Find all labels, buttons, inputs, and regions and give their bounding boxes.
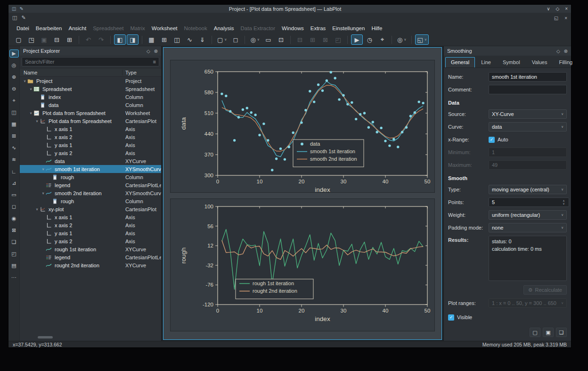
pin-icon[interactable]: ✎: [19, 6, 23, 11]
menu-item-worksheet[interactable]: Worksheet: [148, 25, 181, 32]
add-worksheet-button[interactable]: ◫: [9, 108, 19, 116]
mdi-restore-button[interactable]: ◱: [554, 16, 558, 21]
menu-item-extras[interactable]: Extras: [307, 25, 329, 32]
new-notebook-button[interactable]: ∿: [184, 34, 196, 45]
panel-float-icon[interactable]: ◇: [147, 49, 150, 54]
menu-item-einstellungen[interactable]: Einstellungen: [329, 25, 368, 32]
add-smooth-curve-button[interactable]: ≋: [9, 156, 19, 164]
tree-row-data-column[interactable]: dataColumn: [20, 101, 161, 109]
tree-row-x-axis-1-axis[interactable]: x axis 1Axis: [20, 125, 161, 133]
save-template-button[interactable]: ▣: [543, 328, 554, 337]
tree-row-xy-plot-cartesianplot[interactable]: ∨xy-plotCartesianPlot: [20, 205, 161, 213]
tab-filling[interactable]: Filling: [553, 57, 578, 67]
new-folder-button[interactable]: ◻: [229, 34, 241, 45]
curve-combobox[interactable]: data ∨: [489, 122, 567, 132]
xy-plot[interactable]: 01020304050-120-76-321256100indexroughro…: [170, 198, 435, 331]
tree-row-index-column[interactable]: indexColumn: [20, 93, 161, 101]
comment-field[interactable]: [489, 85, 567, 94]
mdi-close-button[interactable]: ×: [564, 16, 567, 21]
tree-row-smooth-1st-iteration-xysmoothcurve[interactable]: ∨smooth 1st iterationXYSmoothCurve: [20, 165, 161, 173]
close-button[interactable]: ×: [565, 6, 568, 11]
clock-mode-button[interactable]: ◷: [364, 34, 376, 45]
expander-icon[interactable]: ∨: [22, 79, 27, 83]
tool-crosshair-button[interactable]: ⌖: [9, 97, 19, 105]
tree-row-y-axis-1-axis[interactable]: y axis 1Axis: [20, 141, 161, 149]
crosshair-mode-button[interactable]: ⌖: [376, 34, 388, 45]
tree-row-smooth-2nd-iteration-xysmoothcurve[interactable]: ∨smooth 2nd iterationXYSmoothCurve: [20, 189, 161, 197]
more-tools-button[interactable]: ⋯: [9, 273, 19, 281]
add-box-plot-button[interactable]: ⊠: [9, 226, 19, 234]
menu-item-datei[interactable]: Datei: [13, 25, 33, 32]
menu-item-hilfe[interactable]: Hilfe: [368, 25, 385, 32]
add-legend-button[interactable]: ❏: [9, 238, 19, 246]
new-worksheet-button[interactable]: ◫: [171, 34, 183, 45]
tree-row-x-axis-2-axis[interactable]: x axis 2Axis: [20, 221, 161, 229]
import-button[interactable]: ⇓: [196, 34, 208, 45]
padding-mode-combobox[interactable]: none ∨: [489, 223, 567, 232]
maximize-button[interactable]: ◇: [555, 6, 559, 11]
filter-options-icon[interactable]: ≡: [153, 59, 156, 65]
plot-data-from-spreadsheet[interactable]: 01020304050300370440510580650indexdatada…: [170, 60, 435, 193]
tree-row-legend-cartesianplotlegend[interactable]: legendCartesianPlotLegend: [20, 181, 161, 189]
tree-row-data-xycurve[interactable]: dataXYCurve: [20, 157, 161, 165]
copy-properties-button[interactable]: ❏: [556, 328, 567, 337]
expander-icon[interactable]: ∨: [41, 191, 46, 195]
project-explorer-header[interactable]: Project Explorer ◇ ⊗: [20, 46, 161, 56]
tree-row-plot-data-from-spreadsheet-worksheet[interactable]: ∨Plot data from SpreadsheetWorksheet: [20, 109, 161, 117]
selection-mode-button[interactable]: ◱∨: [415, 34, 428, 45]
print-preview-button[interactable]: ⊞: [64, 34, 75, 45]
source-combobox[interactable]: XY-Curve ∨: [489, 109, 567, 119]
tab-values[interactable]: Values: [526, 57, 553, 67]
tree-row-x-axis-1-axis[interactable]: x axis 1Axis: [20, 213, 161, 221]
name-field[interactable]: smooth 1st iteration: [489, 72, 567, 82]
tree-row-y-axis-2-axis[interactable]: y axis 2Axis: [20, 237, 161, 245]
add-histogram-button[interactable]: ⊿: [9, 179, 19, 187]
zoom-mode-button[interactable]: ◎∨: [395, 34, 408, 45]
tab-line[interactable]: Line: [475, 57, 497, 67]
column-header-type[interactable]: Type: [122, 70, 161, 75]
tool-zoom-button[interactable]: ◎: [9, 61, 19, 69]
tool-select-button[interactable]: ▶: [9, 49, 19, 58]
minimize-button[interactable]: ∨: [547, 6, 550, 11]
new-spreadsheet-button[interactable]: ▦: [146, 34, 157, 45]
smoothing-header[interactable]: Smoothing ◇ ⊗: [444, 46, 571, 56]
horizontal-scrollbar[interactable]: [38, 336, 53, 338]
expander-icon[interactable]: ∨: [28, 111, 33, 115]
auto-checkbox[interactable]: ✓: [489, 137, 495, 143]
menu-item-ansicht[interactable]: Ansicht: [65, 25, 90, 32]
new-object-button[interactable]: ▢∨: [215, 34, 229, 45]
spinbox-arrows[interactable]: ∧ ∨: [561, 199, 567, 205]
type-combobox[interactable]: moving average (central) ∨: [489, 185, 567, 194]
tree-row-legend-cartesianplotlegend[interactable]: legendCartesianPlotLegend: [20, 253, 161, 261]
panel-close-icon[interactable]: ⊗: [154, 49, 158, 54]
expander-icon[interactable]: ∨: [41, 167, 46, 171]
tree-row-plot-data-from-spreadsheet-cartesianplot[interactable]: ∨Plot data from SpreadsheetCartesianPlot: [20, 117, 161, 125]
dock-float-icon[interactable]: ◇: [556, 49, 560, 54]
tree-column-headers[interactable]: Name Type: [20, 68, 161, 77]
menu-item-bearbeiten[interactable]: Bearbeiten: [33, 25, 65, 32]
zoom-button[interactable]: ◎∨: [248, 34, 261, 45]
menu-item-windows[interactable]: Windows: [278, 25, 307, 32]
tree-row-rough-1st-iteration-xycurve[interactable]: rough 1st iterationXYCurve: [20, 245, 161, 253]
add-matrix-button[interactable]: ⊞: [9, 132, 19, 140]
add-axis-button[interactable]: ∟: [9, 167, 19, 175]
add-spreadsheet-button[interactable]: ▦: [9, 120, 19, 128]
fit-selection-button[interactable]: ⊡: [275, 34, 287, 45]
recalculate-button[interactable]: ⚙ Recalculate: [523, 285, 567, 295]
tree-row-rough-column[interactable]: roughColumn: [20, 173, 161, 181]
add-image-button[interactable]: ◻: [9, 203, 19, 211]
fit-page-button[interactable]: ▭: [262, 34, 274, 45]
expander-icon[interactable]: ∨: [34, 207, 40, 211]
add-plot-button[interactable]: ◰: [9, 250, 19, 258]
new-matrix-button[interactable]: ⊞: [158, 34, 170, 45]
toggle-properties-dock-button[interactable]: ◨: [127, 34, 139, 45]
tool-zoom-out-button[interactable]: ⊖: [9, 85, 19, 93]
add-text-label-button[interactable]: ▭: [9, 191, 19, 199]
tree-row-y-axis-2-axis[interactable]: y axis 2Axis: [20, 149, 161, 157]
load-template-button[interactable]: ▢: [530, 328, 540, 337]
tree-row-y-axis-1-axis[interactable]: y axis 1Axis: [20, 229, 161, 237]
navigate-mode-button[interactable]: ▶: [351, 34, 363, 45]
expander-icon[interactable]: ∨: [34, 119, 40, 123]
weight-combobox[interactable]: uniform (rectangular) ∨: [489, 210, 567, 220]
print-button[interactable]: ⊟: [51, 34, 63, 45]
